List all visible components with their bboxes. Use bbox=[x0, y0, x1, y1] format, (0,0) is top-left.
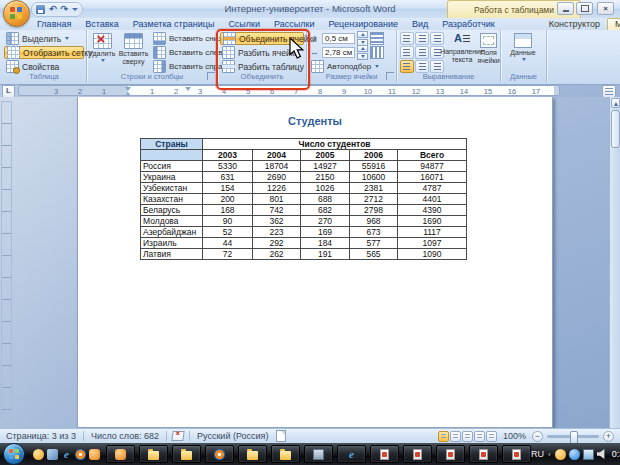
country-cell[interactable]: Молдова bbox=[141, 216, 203, 227]
row-height-stepper[interactable] bbox=[357, 31, 368, 46]
country-cell[interactable]: Беларусь bbox=[141, 205, 203, 216]
value-cell[interactable]: 1090 bbox=[398, 249, 467, 260]
view-button[interactable] bbox=[474, 431, 485, 442]
tab-razmetka[interactable]: Разметка страницы bbox=[126, 18, 222, 30]
tab-glavnaya[interactable]: Главная bbox=[30, 18, 78, 30]
taskbar-button[interactable] bbox=[370, 445, 399, 463]
restore-button[interactable] bbox=[576, 2, 593, 15]
value-cell[interactable]: 223 bbox=[253, 227, 301, 238]
align-center-left-button[interactable] bbox=[400, 46, 414, 59]
taskbar-button[interactable] bbox=[238, 445, 267, 463]
taskbar-button[interactable] bbox=[172, 445, 201, 463]
value-cell[interactable]: 10600 bbox=[350, 172, 398, 183]
save-icon[interactable] bbox=[36, 5, 45, 14]
view-button[interactable] bbox=[486, 431, 497, 442]
zoom-in-button[interactable]: + bbox=[603, 431, 614, 442]
value-cell[interactable]: 577 bbox=[350, 238, 398, 249]
value-cell[interactable]: 154 bbox=[203, 183, 253, 194]
dialog-launcher-icon[interactable] bbox=[207, 72, 215, 80]
taskbar-button[interactable] bbox=[502, 445, 531, 463]
undo-icon[interactable]: ↶ bbox=[49, 5, 57, 14]
skype-icon[interactable] bbox=[569, 449, 580, 460]
app-orange-icon[interactable] bbox=[89, 449, 100, 460]
value-cell[interactable]: 14927 bbox=[301, 161, 350, 172]
clock[interactable]: 0:33 bbox=[612, 449, 620, 459]
value-cell[interactable]: 2712 bbox=[350, 194, 398, 205]
value-cell[interactable]: 18704 bbox=[253, 161, 301, 172]
show-desktop-icon[interactable] bbox=[47, 449, 58, 460]
taskbar-button[interactable] bbox=[106, 445, 135, 463]
scrollbar-thumb[interactable] bbox=[611, 110, 620, 148]
align-center-center-button[interactable] bbox=[415, 46, 429, 59]
align-top-center-button[interactable] bbox=[415, 32, 429, 45]
value-cell[interactable]: 16071 bbox=[398, 172, 467, 183]
keyboard-language[interactable]: RU bbox=[531, 449, 544, 459]
year-header-cell[interactable]: 2006 bbox=[350, 150, 398, 161]
value-cell[interactable]: 682 bbox=[301, 205, 350, 216]
insert-left-button[interactable]: Вставить слева bbox=[151, 46, 216, 59]
tab-recenzirovanie[interactable]: Рецензирование bbox=[321, 18, 405, 30]
country-cell[interactable]: Казахстан bbox=[141, 194, 203, 205]
value-cell[interactable]: 688 bbox=[301, 194, 350, 205]
year-header-cell[interactable]: 2005 bbox=[301, 150, 350, 161]
value-cell[interactable]: 2381 bbox=[350, 183, 398, 194]
taskbar-button[interactable] bbox=[403, 445, 432, 463]
zoom-slider-thumb[interactable] bbox=[570, 431, 578, 444]
taskbar-button[interactable] bbox=[271, 445, 300, 463]
country-cell[interactable]: Азербайджан bbox=[141, 227, 203, 238]
value-cell[interactable]: 631 bbox=[203, 172, 253, 183]
value-cell[interactable]: 191 bbox=[301, 249, 350, 260]
word-count[interactable]: Число слов: 682 bbox=[89, 431, 161, 441]
page-indicator[interactable]: Страница: 3 из 3 bbox=[4, 431, 78, 441]
tab-rassylki[interactable]: Рассылки bbox=[267, 18, 321, 30]
value-cell[interactable]: 5330 bbox=[203, 161, 253, 172]
select-button[interactable]: Выделить bbox=[4, 32, 84, 45]
corner-header-cell[interactable]: Страны bbox=[141, 139, 203, 150]
minimize-button[interactable] bbox=[557, 2, 574, 15]
distribute-rows-icon[interactable] bbox=[370, 32, 384, 45]
total-header-cell[interactable]: Всего bbox=[398, 150, 467, 161]
row-height-input[interactable]: 0,5 см bbox=[322, 33, 355, 44]
value-cell[interactable]: 90 bbox=[203, 216, 253, 227]
tab-vid[interactable]: Вид bbox=[405, 18, 435, 30]
vertical-scrollbar[interactable] bbox=[609, 97, 620, 428]
first-line-indent-icon[interactable] bbox=[185, 87, 192, 96]
messenger-icon[interactable] bbox=[555, 449, 566, 460]
customize-qat-icon[interactable] bbox=[72, 8, 78, 11]
view-button[interactable] bbox=[438, 431, 449, 442]
value-cell[interactable]: 565 bbox=[350, 249, 398, 260]
insert-below-button[interactable]: Вставить снизу bbox=[151, 32, 216, 45]
zoom-level[interactable]: 100% bbox=[501, 431, 528, 441]
close-button[interactable]: × bbox=[597, 2, 614, 15]
tab-vstavka[interactable]: Вставка bbox=[78, 18, 125, 30]
corner-empty-cell[interactable] bbox=[141, 150, 203, 161]
value-cell[interactable]: 1097 bbox=[398, 238, 467, 249]
value-cell[interactable]: 1117 bbox=[398, 227, 467, 238]
document-page[interactable]: Студенты Страны Число студентов 2003 200… bbox=[77, 97, 553, 428]
country-cell[interactable]: Украина bbox=[141, 172, 203, 183]
value-cell[interactable]: 1226 bbox=[253, 183, 301, 194]
value-cell[interactable]: 44 bbox=[203, 238, 253, 249]
value-cell[interactable]: 94877 bbox=[398, 161, 467, 172]
view-button[interactable] bbox=[450, 431, 461, 442]
zoom-slider[interactable] bbox=[547, 435, 599, 438]
taskbar-button[interactable] bbox=[205, 445, 234, 463]
value-cell[interactable]: 200 bbox=[203, 194, 253, 205]
country-cell[interactable]: Россия bbox=[141, 161, 203, 172]
value-cell[interactable]: 2798 bbox=[350, 205, 398, 216]
show-gridlines-button[interactable]: Отобразить сетку bbox=[4, 46, 84, 59]
messenger-icon[interactable] bbox=[33, 449, 44, 460]
taskbar-button[interactable]: e bbox=[337, 445, 366, 463]
tray-expand-icon[interactable]: ‹ bbox=[548, 450, 551, 459]
year-header-cell[interactable]: 2004 bbox=[253, 150, 301, 161]
value-cell[interactable]: 4787 bbox=[398, 183, 467, 194]
value-cell[interactable]: 673 bbox=[350, 227, 398, 238]
network-icon[interactable] bbox=[583, 449, 594, 460]
dialog-launcher-icon[interactable] bbox=[386, 72, 394, 80]
ie-icon[interactable]: e bbox=[61, 449, 72, 460]
country-cell[interactable]: Израиль bbox=[141, 238, 203, 249]
value-cell[interactable]: 55916 bbox=[350, 161, 398, 172]
value-cell[interactable]: 968 bbox=[350, 216, 398, 227]
value-cell[interactable]: 742 bbox=[253, 205, 301, 216]
value-cell[interactable]: 168 bbox=[203, 205, 253, 216]
